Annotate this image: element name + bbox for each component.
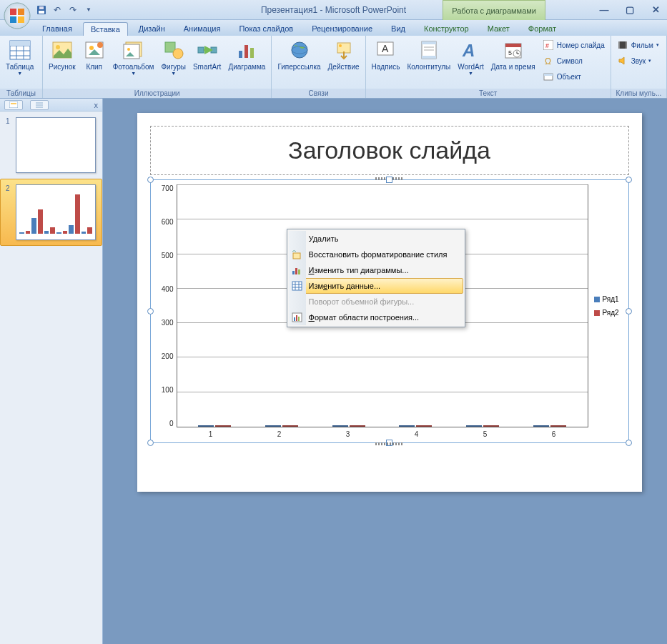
ctx-delete[interactable]: Удалить: [289, 231, 463, 247]
symbol-button[interactable]: ΩСимвол: [540, 53, 608, 69]
svg-point-33: [339, 44, 342, 47]
resize-handle[interactable]: [626, 440, 632, 446]
minimize-button[interactable]: —: [596, 3, 613, 17]
album-button[interactable]: Фотоальбом▼: [110, 37, 157, 77]
tab-animation[interactable]: Анимация: [176, 21, 229, 36]
ribbon: Таблица▼ Таблицы Рисунок Клип Фотоальбом…: [0, 36, 667, 99]
svg-rect-6: [39, 11, 44, 14]
tab-view[interactable]: Вид: [383, 21, 413, 36]
svg-point-22: [127, 48, 130, 51]
office-button[interactable]: [3, 1, 31, 30]
save-icon[interactable]: [34, 3, 49, 17]
chart-icon: [290, 264, 305, 277]
chart-object[interactable]: 7006005004003002001000 Ряд1 Ряд2 123456 …: [150, 179, 629, 443]
resize-handle[interactable]: [626, 308, 632, 314]
smartart-label: SmartArt: [193, 63, 221, 71]
ctx-edit-data[interactable]: Изменить данные...Изменить данные...: [289, 278, 463, 294]
resize-handle[interactable]: [386, 177, 392, 183]
tab-review[interactable]: Рецензирование: [304, 21, 380, 36]
headerfooter-button[interactable]: Колонтитулы: [404, 37, 453, 72]
svg-text:5: 5: [508, 49, 512, 56]
ctx-restore-style[interactable]: Восстановить форматирование стиля: [289, 247, 463, 262]
slides-tab-icon[interactable]: [4, 100, 23, 110]
slidenum-button[interactable]: #Номер слайда: [540, 37, 608, 53]
picture-button[interactable]: Рисунок: [46, 37, 79, 72]
undo-icon[interactable]: ↶: [50, 3, 64, 17]
film-icon: [617, 39, 628, 51]
hyperlink-button[interactable]: Гиперссылка: [275, 37, 323, 72]
quick-access-toolbar: ↶ ↷ ▼: [34, 3, 96, 17]
svg-rect-32: [337, 43, 350, 53]
resize-handle[interactable]: [147, 440, 154, 446]
table-button[interactable]: Таблица▼: [3, 37, 36, 77]
svg-point-30: [292, 42, 307, 58]
blank-icon: [290, 232, 305, 245]
ctx-format-area[interactable]: Формат области построения...Формат облас…: [289, 309, 463, 325]
resize-handle[interactable]: [147, 177, 154, 183]
legend-item-1: Ряд1: [594, 295, 624, 303]
context-menu[interactable]: Удалить Восстановить форматирование стил…: [287, 229, 465, 327]
tab-constructor[interactable]: Конструктор: [416, 21, 477, 36]
ctx-label: Удалить: [309, 234, 339, 243]
svg-point-19: [97, 42, 103, 48]
table-label: Таблица: [6, 63, 34, 71]
mini-chart-icon: [19, 192, 92, 234]
resize-handle[interactable]: [626, 177, 632, 183]
tab-layout[interactable]: Макет: [480, 21, 518, 36]
tab-insert[interactable]: Вставка: [83, 22, 128, 36]
action-button[interactable]: Действие: [325, 37, 362, 72]
resize-handle[interactable]: [386, 440, 392, 446]
x-axis: 123456: [177, 427, 588, 438]
slide-editor[interactable]: Заголовок слайда 7006005004003002001000: [103, 99, 667, 644]
close-button[interactable]: ✕: [647, 3, 664, 17]
tab-format[interactable]: Формат: [520, 21, 564, 36]
slide-title: Заголовок слайда: [151, 137, 628, 164]
slide-canvas[interactable]: Заголовок слайда 7006005004003002001000: [137, 113, 642, 492]
tab-slideshow[interactable]: Показ слайдов: [231, 21, 301, 36]
svg-rect-14: [10, 41, 30, 46]
thumbnail-1[interactable]: 1: [0, 112, 102, 179]
tab-design[interactable]: Дизайн: [131, 21, 173, 36]
object-button[interactable]: Объект: [540, 69, 608, 84]
sound-button[interactable]: Звук▾: [614, 53, 662, 69]
clip-label: Клип: [86, 63, 102, 71]
smartart-button[interactable]: SmartArt: [190, 37, 224, 72]
ctx-change-type[interactable]: ИИзменить тип диаграммы...зменить тип ди…: [289, 262, 463, 278]
globe-icon: [288, 39, 311, 61]
rotate-icon: [290, 295, 305, 308]
svg-point-16: [56, 45, 60, 49]
shapes-label: Фигуры: [161, 63, 185, 71]
movie-button[interactable]: Фильм▾: [614, 37, 662, 53]
symbol-label: Символ: [557, 57, 583, 65]
datetime-button[interactable]: 5Дата и время: [488, 37, 538, 72]
svg-rect-61: [293, 253, 300, 259]
svg-point-18: [89, 46, 94, 50]
ctx-label: Изменить данные...: [309, 282, 381, 290]
smartart-icon: [196, 39, 219, 61]
qat-dropdown-icon[interactable]: ▼: [81, 3, 96, 17]
wordart-button[interactable]: AWordArt▼: [455, 37, 487, 77]
resize-handle[interactable]: [147, 308, 154, 314]
chart-button[interactable]: Диаграмма: [225, 37, 268, 72]
dropdown-icon: ▼: [171, 71, 176, 76]
svg-rect-55: [626, 41, 627, 49]
maximize-button[interactable]: ▢: [621, 3, 638, 17]
svg-rect-73: [298, 317, 300, 321]
action-label: Действие: [328, 63, 360, 71]
textbox-button[interactable]: AНадпись: [369, 37, 403, 72]
svg-rect-4: [18, 16, 24, 23]
legend-label: Ряд2: [603, 309, 619, 317]
clip-button[interactable]: Клип: [80, 37, 109, 72]
svg-rect-54: [618, 41, 620, 49]
chart-legend[interactable]: Ряд1 Ряд2: [588, 184, 624, 427]
wordart-icon: A: [460, 39, 483, 61]
panel-close-icon[interactable]: x: [94, 101, 99, 109]
thumbnail-2[interactable]: 2: [0, 179, 102, 246]
tab-home[interactable]: Главная: [34, 21, 80, 36]
outline-tab-icon[interactable]: [30, 100, 49, 110]
redo-icon[interactable]: ↷: [66, 3, 80, 17]
chart-tools-tab[interactable]: Работа с диаграммами: [443, 0, 545, 20]
svg-rect-25: [198, 47, 204, 53]
shapes-button[interactable]: Фигуры▼: [158, 37, 188, 77]
title-placeholder[interactable]: Заголовок слайда: [150, 126, 629, 175]
